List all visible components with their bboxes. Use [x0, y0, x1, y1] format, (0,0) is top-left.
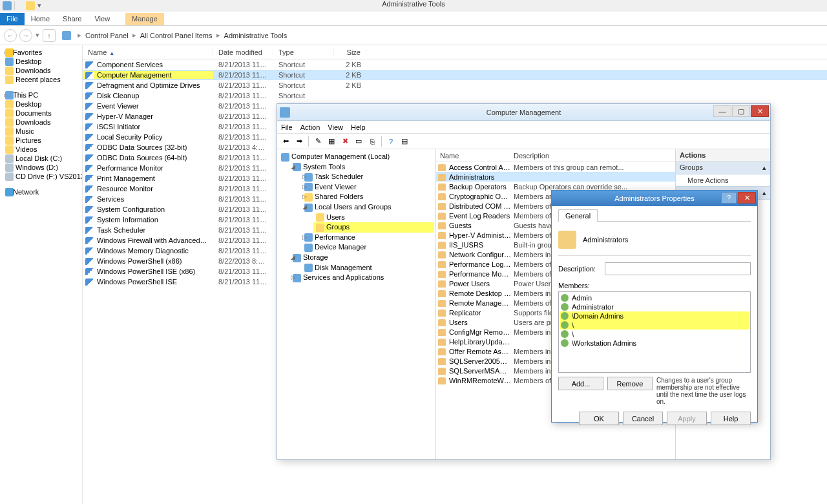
panes-icon[interactable]: ▤	[399, 136, 410, 147]
tab-home[interactable]: Home	[25, 13, 56, 25]
forward-button[interactable]: →	[19, 29, 32, 42]
col-size[interactable]: Size	[334, 48, 366, 56]
tab-manage[interactable]: Manage	[125, 13, 164, 25]
members-listbox[interactable]: AdminAdministrator\Domain Admins\\\Works…	[558, 291, 751, 373]
tree-task-scheduler[interactable]: ▷Task Scheduler	[302, 172, 434, 182]
actions-more[interactable]: More Actions	[676, 174, 770, 186]
member-item[interactable]: Admin	[560, 293, 749, 302]
nav-downloads2[interactable]: Downloads	[4, 118, 82, 127]
col-name[interactable]: Name▲	[83, 48, 213, 56]
menu-help[interactable]: Help	[351, 123, 366, 131]
description-input[interactable]	[605, 262, 751, 275]
mmc-titlebar[interactable]: Computer Management — ▢ ✕	[277, 104, 770, 121]
nav-network[interactable]: Network	[4, 187, 82, 196]
member-item[interactable]: Administrator	[560, 302, 749, 311]
tree-device-manager[interactable]: Device Manager	[302, 242, 434, 253]
maximize-button[interactable]: ▢	[732, 105, 750, 117]
groups-column-headers[interactable]: Name Description	[436, 149, 675, 162]
tree-disk-management[interactable]: Disk Management	[302, 263, 434, 273]
nav-d-drive[interactable]: Windows (D:)	[4, 163, 82, 172]
star-icon	[5, 48, 14, 57]
tree-users[interactable]: Users	[313, 213, 434, 223]
help-button[interactable]: Help	[711, 412, 751, 425]
help-icon[interactable]: ?	[385, 136, 397, 147]
member-item[interactable]: \	[560, 330, 749, 339]
export-icon[interactable]: ⎘	[366, 136, 378, 147]
dlg-close-button[interactable]: ✕	[738, 192, 756, 204]
menu-view[interactable]: View	[328, 123, 343, 131]
tree-event-viewer[interactable]: ▷Event Viewer	[302, 182, 434, 193]
tree-root[interactable]: Computer Management (Local)	[278, 152, 434, 162]
col-date[interactable]: Date modified	[213, 48, 273, 56]
crumb-0[interactable]: Control Panel	[84, 30, 130, 41]
tree-performance[interactable]: ▷Performance	[302, 233, 434, 243]
group-row[interactable]: Administrators	[436, 172, 675, 182]
tree-services-apps[interactable]: ▷Services and Applications	[290, 273, 434, 283]
breadcrumb[interactable]: ▸ Control Panel ▸ All Control Panel Item…	[78, 30, 288, 41]
tree-system-tools[interactable]: ◢System Tools	[290, 162, 434, 173]
properties-icon[interactable]	[26, 1, 35, 10]
file-row[interactable]: Component Services8/21/2013 11:57 PMShor…	[83, 59, 827, 70]
column-headers[interactable]: Name▲ Date modified Type Size	[83, 45, 827, 59]
tree-storage[interactable]: ◢Storage	[290, 253, 434, 263]
col-description[interactable]: Description	[511, 152, 675, 160]
crumb-2[interactable]: Administrative Tools	[223, 30, 289, 41]
dlg-help-button[interactable]: ?	[721, 192, 737, 204]
nav-pictures[interactable]: Pictures	[4, 136, 82, 145]
props-icon[interactable]: ▭	[353, 136, 364, 147]
up-button[interactable]: ↑	[43, 29, 56, 42]
remove-button[interactable]: Remove	[607, 377, 653, 390]
collapse-icon[interactable]: ▴	[762, 189, 766, 197]
col-name[interactable]: Name	[436, 152, 511, 160]
chevron-icon[interactable]: ▸	[132, 31, 136, 39]
group-row[interactable]: Access Control Assist...Members of this …	[436, 162, 675, 172]
dlg-titlebar[interactable]: Administrators Properties ? ✕	[552, 191, 757, 206]
tab-file[interactable]: File	[0, 13, 25, 25]
nav-videos[interactable]: Videos	[4, 145, 82, 154]
collapse-icon[interactable]: ▴	[762, 163, 766, 172]
apply-button[interactable]: Apply	[667, 412, 707, 425]
nav-music[interactable]: Music	[4, 127, 82, 136]
member-item[interactable]: \Domain Admins	[560, 311, 749, 320]
close-button[interactable]: ✕	[751, 105, 769, 117]
back-icon[interactable]: ⬅	[280, 136, 291, 147]
recent-dropdown-icon[interactable]: ▾	[36, 31, 39, 39]
back-button[interactable]: ←	[4, 29, 17, 42]
member-item[interactable]: \Workstation Admins	[560, 339, 749, 348]
tab-view[interactable]: View	[88, 13, 116, 25]
forward-icon[interactable]: ➡	[293, 136, 305, 147]
nav-c-drive[interactable]: Local Disk (C:)	[4, 154, 82, 163]
file-row[interactable]: Computer Management8/21/2013 11:54 PMSho…	[83, 70, 827, 80]
nav-cd-drive[interactable]: CD Drive (F:) VS2013	[4, 172, 82, 181]
file-row[interactable]: Defragment and Optimize Drives8/21/2013 …	[83, 80, 827, 90]
chevron-icon[interactable]: ▸	[78, 31, 81, 39]
nav-favorites[interactable]: ▹Favorites	[4, 48, 82, 57]
delete-icon[interactable]: ✖	[339, 136, 351, 147]
nav-recent[interactable]: Recent places	[4, 75, 82, 84]
nav-downloads[interactable]: Downloads	[4, 66, 82, 75]
member-item[interactable]: \	[560, 320, 749, 330]
nav-desktop[interactable]: Desktop	[4, 57, 82, 66]
new-icon[interactable]: ✎	[312, 136, 324, 147]
actions-section-groups[interactable]: Groups▴	[676, 162, 770, 174]
cancel-button[interactable]: Cancel	[623, 412, 663, 425]
tab-general[interactable]: General	[558, 209, 598, 222]
grid-icon[interactable]: ▦	[326, 136, 337, 147]
menu-action[interactable]: Action	[300, 123, 320, 131]
ok-button[interactable]: OK	[579, 412, 619, 425]
crumb-1[interactable]: All Control Panel Items	[139, 30, 214, 41]
menu-file[interactable]: File	[281, 123, 293, 131]
qat-dropdown-icon[interactable]: ▾	[37, 1, 47, 10]
nav-documents[interactable]: Documents	[4, 109, 82, 118]
tree-shared-folders[interactable]: ▷Shared Folders	[302, 192, 434, 202]
tab-share[interactable]: Share	[56, 13, 88, 25]
tree-local-users[interactable]: ◢Local Users and Groups	[302, 202, 434, 213]
col-type[interactable]: Type	[273, 48, 334, 56]
nav-desktop2[interactable]: Desktop	[4, 100, 82, 109]
file-row[interactable]: Disk Cleanup8/21/2013 11:57 PMShortcut	[83, 90, 827, 101]
add-button[interactable]: Add...	[558, 377, 603, 390]
minimize-button[interactable]: —	[713, 105, 731, 117]
nav-thispc[interactable]: ▹This PC	[4, 90, 82, 100]
chevron-icon[interactable]: ▸	[216, 31, 220, 39]
tree-groups[interactable]: Groups	[313, 222, 434, 233]
